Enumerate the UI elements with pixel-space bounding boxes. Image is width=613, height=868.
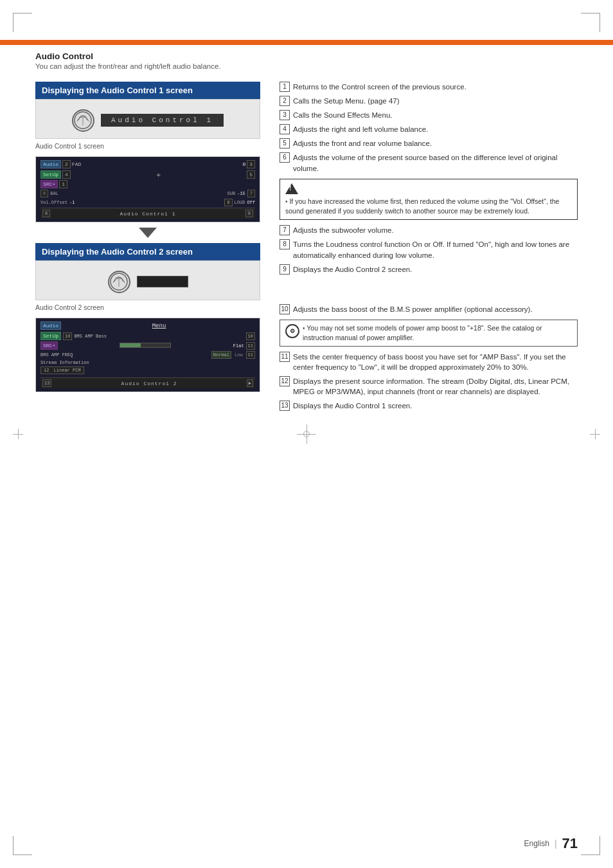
ac2-arrow-right: ▶ [247,379,253,387]
crop-mark-br [581,836,600,855]
badge-6: 6 [280,152,290,163]
desc-item-12: 12 Displays the present source informati… [280,376,578,397]
ac2-num11: 11 [246,342,255,350]
desc-item-2: 2 Calls the Setup Menu. (page 47) [280,96,578,106]
badge-11: 11 [280,352,290,362]
page-footer: English | 71 [524,835,578,852]
screen1-num5-badge: 5 [247,170,255,179]
caution-icon-row [285,183,572,194]
page-number: 71 [562,835,578,852]
crop-mark-tl [13,13,32,32]
desc-item-8: 8 Turns the Loudness control function On… [280,239,578,260]
crosshair-right [590,429,600,439]
right-column: 1 Returns to the Control screen of the p… [273,82,578,415]
desc-list-1b: 7 Adjusts the subwoofer volume. 8 Turns … [280,225,578,274]
desc-item-11: 11 Sets the center frequency of bass boo… [280,352,578,372]
desc-text-4: Adjusts the right and left volume balanc… [293,124,428,134]
language-label: English [524,839,549,848]
badge-10: 10 [280,304,290,314]
screen1-sub-label: SUB [227,191,236,196]
ac2-menu-audio: Audio [40,321,61,330]
desc-list-2b: 11 Sets the center frequency of bass boo… [280,352,578,411]
menu-audio: Audio [40,160,61,168]
display1-section: Displaying the Audio Control 1 screen [35,82,260,222]
note-box: ⚙ • You may not set some models of power… [280,320,578,347]
screen1-num4-badge: 4 [62,170,71,179]
screen1-num7-badge: 7 [247,190,255,197]
ac2-setup: SetUp [40,332,61,340]
ac2-num10: 10 [63,332,72,340]
screen1-bottom-title: Audio Control 1 [50,211,245,217]
ac2-freq-label: BMS AMP FREQ [40,352,209,357]
ac2-bms-label: BMS AMP Bass [74,334,244,339]
display2-section: Displaying the Audio Control 2 screen [35,243,260,392]
screen1-vol-value: -1 [69,200,75,205]
badge-12: 12 [280,376,290,386]
ac2-stream-value: 12 Linear PCM [40,366,84,374]
badge-8: 8 [280,239,290,249]
desc-text-10: Adjusts the bass boost of the B.M.S powe… [293,304,533,314]
ac2-screen-inner: Audio Menu SetUp 10 BMS AMP Bass 10 SR [36,318,260,392]
desc-text-1: Returns to the Control screen of the pre… [293,82,466,92]
desc-list-1: 1 Returns to the Control screen of the p… [280,82,578,174]
arrow-down-icon [139,228,157,238]
display1-heading: Displaying the Audio Control 1 screen [35,82,260,99]
desc-item-1: 1 Returns to the Control screen of the p… [280,82,578,92]
crop-mark-bl [13,836,32,855]
screen1-container: Audio Control 1 [35,99,260,139]
screen1-num2: 2 [62,160,71,168]
desc-item-4: 4 Adjusts the right and left volume bala… [280,124,578,134]
pioneer-icon [72,109,94,132]
note-icon: ⚙ [285,324,299,338]
desc-text-3: Calls the Sound Effects Menu. [293,110,393,120]
ac2-stream-text: Linear PCM [54,368,81,373]
ac2-flat-value: Flat [233,343,244,348]
badge-4: 4 [280,124,290,134]
desc-item-3: 3 Calls the Sound Effects Menu. [280,110,578,120]
ac1-screen-mockup: Audio 2 FAD 0 3 SetUp 4 ✛ [35,156,260,222]
screen2-bar [137,276,188,287]
pioneer-icon2 [108,271,130,293]
pioneer-logo-area: Audio Control 1 [72,109,224,132]
screen2-top [36,261,260,300]
ac2-normal: Normal [211,351,231,359]
ac2-screen-mockup: Audio Menu SetUp 10 BMS AMP Bass 10 SR [35,318,260,392]
top-bar [0,40,613,45]
ac2-low: Low [233,352,244,358]
caution-box: • If you have increased the volume first… [280,179,578,221]
arrow-separator [35,228,260,238]
badge-1: 1 [280,82,290,92]
badge-13: 13 [280,401,290,411]
display2-heading: Displaying the Audio Control 2 screen [35,243,260,260]
crop-mark-tr [581,13,600,32]
desc-item-10: 10 Adjusts the bass boost of the B.M.S p… [280,304,578,314]
ac2-stream-label: Stream Information [40,360,255,365]
section-title: Audio Control [35,51,578,61]
screen1-caption: Audio Control 1 screen [35,142,260,150]
warning-triangle-icon [285,183,298,194]
desc-text-11: Sets the center frequency of bass boost … [293,352,578,372]
ac2-num10b: 10 [246,332,255,340]
desc-item-7: 7 Adjusts the subwoofer volume. [280,225,578,235]
desc-item-13: 13 Displays the Audio Control 1 screen. [280,401,578,411]
crosshair-left [13,429,23,439]
badge-2: 2 [280,96,290,106]
screen1-loud-label: LOUD [235,200,245,205]
page-layout: Displaying the Audio Control 1 screen [35,82,578,415]
screen1-sub-value: -15 [237,191,245,196]
ac2-num13: 13 [42,379,51,387]
badge-7: 7 [280,225,290,235]
screen1-top: Audio Control 1 [36,100,260,138]
desc-text-2: Calls the Setup Menu. (page 47) [293,96,400,106]
section-subtitle: You can adjust the front/rear and right/… [35,62,578,70]
ac2-bottom-title: Audio Control 2 [51,381,246,386]
audio-control-section: Audio Control You can adjust the front/r… [35,51,578,70]
screen1-loud-value: Off [247,200,255,205]
spacer1 [280,278,578,304]
pioneer-logo-area2 [108,271,188,293]
ac2-num11b: 11 [246,351,255,359]
ac1-screen-inner: Audio 2 FAD 0 3 SetUp 4 ✛ [36,157,260,222]
desc-text-8: Turns the Loudness control function On o… [293,239,578,260]
desc-item-5: 5 Adjusts the front and rear volume bala… [280,138,578,149]
screen1-fad-value: 0 [242,161,245,167]
